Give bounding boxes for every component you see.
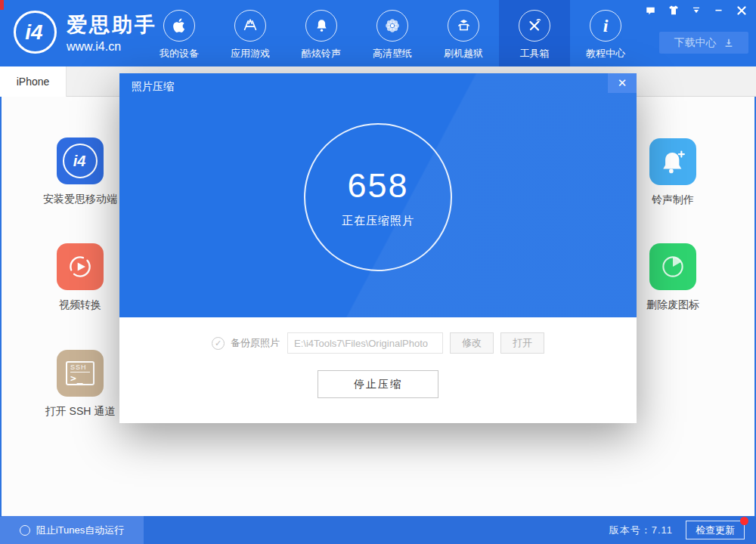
dialog-title: 照片压缩 [132, 80, 174, 94]
video-convert-icon [57, 243, 104, 290]
block-itunes-toggle[interactable]: 阻止iTunes自动运行 [0, 516, 144, 544]
feedback-button[interactable] [642, 3, 659, 17]
app-window: i4 爱思助手 www.i4.cn 我的设备 应用游戏 [0, 0, 756, 544]
status-bar: 阻止iTunes自动运行 版本号：7.11 检查更新 [0, 516, 756, 544]
tool-label: 打开 SSH 通道 [35, 405, 125, 419]
version-label: 版本号：7.11 [609, 524, 673, 537]
download-center-label: 下载中心 [674, 36, 717, 50]
nav-item-tutorials[interactable]: i 教程中心 [570, 0, 641, 66]
nav-label: 应用游戏 [231, 47, 270, 60]
apple-icon [163, 10, 195, 42]
modify-path-button[interactable]: 修改 [450, 332, 494, 354]
backup-checkbox[interactable]: ✓ [212, 337, 225, 350]
tool-label: 铃声制作 [627, 193, 718, 207]
nav-label: 高清壁纸 [373, 47, 412, 60]
ringtone-bell-icon [649, 138, 696, 185]
tool-video-convert[interactable]: 视频转换 [35, 243, 125, 312]
bell-icon [305, 10, 337, 42]
corner-artifact [0, 0, 4, 10]
nav-item-ringtones[interactable]: 酷炫铃声 [286, 0, 357, 66]
appstore-icon [234, 10, 266, 42]
flower-icon [376, 10, 408, 42]
nav-item-apps-games[interactable]: 应用游戏 [215, 0, 286, 66]
pie-clean-icon [649, 243, 696, 290]
block-itunes-label: 阻止iTunes自动运行 [36, 524, 125, 537]
radio-circle-icon [20, 525, 30, 536]
tool-label: 安装爱思移动端 [35, 193, 125, 206]
nav-label: 教程中心 [586, 47, 625, 60]
backup-path-input[interactable] [287, 332, 443, 354]
main-nav: 我的设备 应用游戏 酷炫铃声 高清壁纸 [144, 0, 641, 66]
ssh-terminal-icon: SSH >_ [57, 350, 104, 397]
nav-label: 刷机越狱 [444, 47, 483, 60]
nav-item-toolbox[interactable]: 工具箱 [499, 0, 570, 66]
window-edge [0, 97, 2, 517]
nav-label: 酷炫铃声 [302, 47, 341, 60]
box-icon [448, 10, 479, 42]
nav-item-jailbreak[interactable]: 刷机越狱 [428, 0, 499, 66]
dialog-close-icon[interactable]: ✕ [608, 73, 637, 93]
tools-icon [519, 10, 550, 42]
minimize-button[interactable] [710, 3, 727, 17]
progress-status-text: 正在压缩照片 [342, 214, 414, 228]
header: i4 爱思助手 www.i4.cn 我的设备 应用游戏 [0, 0, 756, 66]
check-update-button[interactable]: 检查更新 [686, 521, 745, 539]
compressed-count: 658 [347, 166, 408, 206]
i4-logo-icon: i4 [14, 11, 57, 54]
dialog-footer: ✓ 备份原照片 修改 打开 停止压缩 [119, 317, 637, 423]
window-controls [642, 3, 750, 17]
i4-app-icon: i4 [57, 138, 104, 184]
backup-label: 备份原照片 [231, 336, 280, 350]
tab-iphone[interactable]: iPhone [0, 66, 67, 97]
nav-item-wallpapers[interactable]: 高清壁纸 [357, 0, 428, 66]
progress-circle: 658 正在压缩照片 [304, 123, 452, 271]
info-icon: i [590, 10, 621, 42]
download-icon [723, 38, 734, 48]
nav-label: 工具箱 [520, 47, 550, 60]
tool-label: 删除废图标 [627, 298, 718, 312]
nav-item-my-devices[interactable]: 我的设备 [144, 0, 215, 66]
download-center-button[interactable]: 下载中心 [659, 32, 748, 54]
photo-compression-dialog: 照片压缩 ✕ 658 正在压缩照片 ✓ 备份原照片 修改 打开 停止压缩 [119, 73, 637, 423]
stop-compression-button[interactable]: 停止压缩 [318, 370, 438, 398]
tool-delete-junk-icons[interactable]: 删除废图标 [627, 243, 718, 312]
open-folder-button[interactable]: 打开 [500, 332, 544, 354]
tool-ringtone-maker[interactable]: 铃声制作 [627, 138, 718, 207]
app-logo[interactable]: i4 爱思助手 www.i4.cn [14, 11, 157, 54]
nav-label: 我的设备 [160, 47, 199, 60]
collapse-icon[interactable] [687, 3, 705, 17]
notification-dot [740, 517, 748, 525]
tool-open-ssh[interactable]: SSH >_ 打开 SSH 通道 [35, 350, 125, 419]
close-button[interactable] [733, 3, 750, 17]
tool-install-i4-mobile[interactable]: i4 安装爱思移动端 [35, 138, 125, 206]
theme-button[interactable] [665, 3, 682, 17]
tool-label: 视频转换 [35, 298, 125, 312]
compression-progress-panel: 照片压缩 ✕ 658 正在压缩照片 [119, 73, 637, 317]
